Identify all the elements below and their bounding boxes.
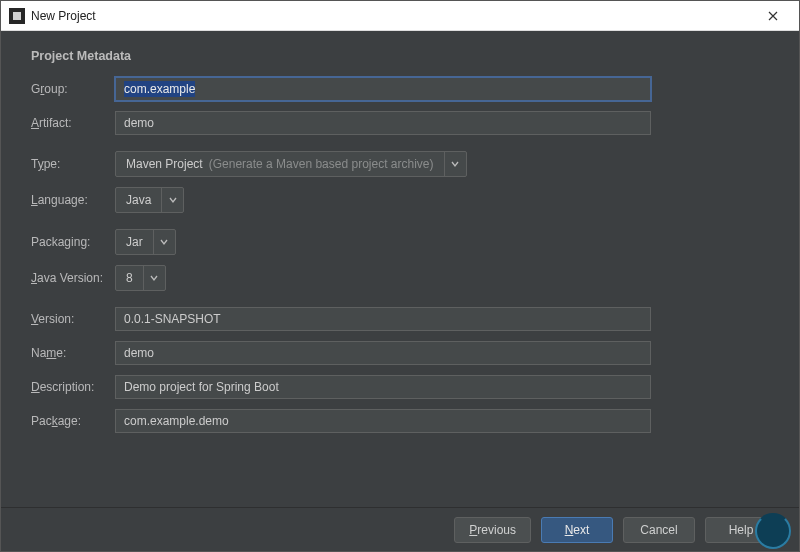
type-select-value: Maven Project <box>126 157 203 171</box>
chevron-down-icon[interactable] <box>161 188 183 212</box>
group-label: Group: <box>31 82 115 96</box>
next-button[interactable]: Next <box>541 517 613 543</box>
packaging-select[interactable]: Jar <box>115 229 176 255</box>
language-select[interactable]: Java <box>115 187 184 213</box>
type-select-hint: (Generate a Maven based project archive) <box>209 157 434 171</box>
chevron-down-icon[interactable] <box>153 230 175 254</box>
packaging-label: Packaging: <box>31 235 115 249</box>
artifact-input[interactable] <box>115 111 651 135</box>
java-version-select-value: 8 <box>126 271 133 285</box>
type-label: Type: <box>31 157 115 171</box>
content-area: Project Metadata Group: com.example Arti… <box>1 31 799 507</box>
name-input[interactable] <box>115 341 651 365</box>
type-select[interactable]: Maven Project(Generate a Maven based pro… <box>115 151 467 177</box>
previous-button[interactable]: Previous <box>454 517 531 543</box>
new-project-dialog: New Project Project Metadata Group: com.… <box>0 0 800 552</box>
artifact-label: Artifact: <box>31 116 115 130</box>
version-input[interactable] <box>115 307 651 331</box>
titlebar: New Project <box>1 1 799 31</box>
cancel-button[interactable]: Cancel <box>623 517 695 543</box>
close-button[interactable] <box>755 1 791 31</box>
progress-ring-icon <box>755 513 791 549</box>
description-input[interactable] <box>115 375 651 399</box>
description-label: Description: <box>31 380 115 394</box>
app-icon <box>9 8 25 24</box>
package-label: Package: <box>31 414 115 428</box>
dialog-body: Project Metadata Group: com.example Arti… <box>1 31 799 551</box>
dialog-footer: Previous Next Cancel Help <box>1 507 799 551</box>
chevron-down-icon[interactable] <box>143 266 165 290</box>
name-label: Name: <box>31 346 115 360</box>
java-version-select[interactable]: 8 <box>115 265 166 291</box>
window-title: New Project <box>31 9 755 23</box>
language-label: Language: <box>31 193 115 207</box>
language-select-value: Java <box>126 193 151 207</box>
package-input[interactable] <box>115 409 651 433</box>
svg-rect-0 <box>13 12 21 20</box>
chevron-down-icon[interactable] <box>444 152 466 176</box>
group-input[interactable]: com.example <box>115 77 651 101</box>
group-input-value: com.example <box>124 81 195 97</box>
packaging-select-value: Jar <box>126 235 143 249</box>
java-version-label: Java Version: <box>31 271 115 285</box>
section-title: Project Metadata <box>31 49 769 63</box>
version-label: Version: <box>31 312 115 326</box>
